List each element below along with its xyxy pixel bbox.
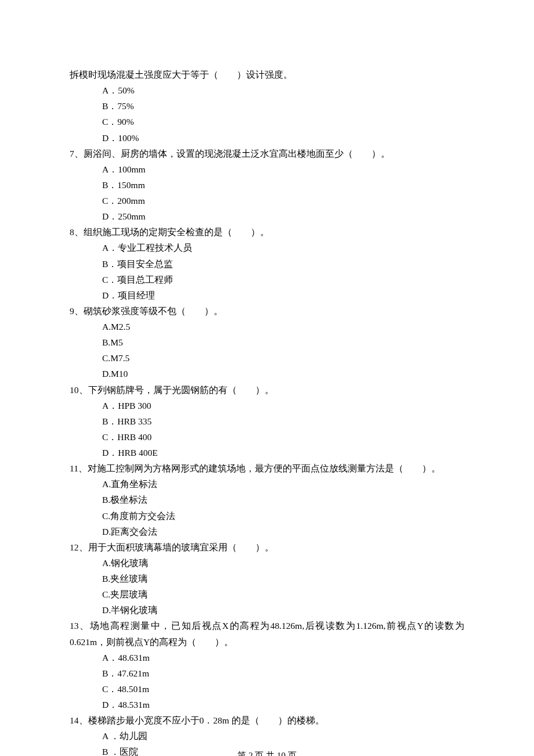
question-text: 厕浴间、厨房的墙体，设置的现浇混凝土泛水宜高出楼地面至少（ ）。 xyxy=(84,149,390,159)
question-option: A．50% xyxy=(70,82,464,98)
question-stem: 10、下列钢筋牌号，属于光圆钢筋的有（ ）。 xyxy=(70,382,464,398)
question-stem: 8、组织施工现场的定期安全检查的是（ ）。 xyxy=(70,224,464,240)
question-option: C.夹层玻璃 xyxy=(70,586,464,602)
question-stem: 7、厕浴间、厨房的墙体，设置的现浇混凝土泛水宜高出楼地面至少（ ）。 xyxy=(70,146,464,161)
question-option: B.夹丝玻璃 xyxy=(70,571,464,586)
question-option: A．专业工程技术人员 xyxy=(70,240,464,255)
question-option: C.M7.5 xyxy=(70,350,464,366)
question-option: B.M5 xyxy=(70,334,464,350)
question-text: 楼梯踏步最小宽度不应小于0．28m 的是（ ）的楼梯。 xyxy=(88,715,324,725)
question-option: A ．幼儿园 xyxy=(70,728,464,744)
question-text: 砌筑砂浆强度等级不包（ ）。 xyxy=(84,306,223,316)
question-option: A.M2.5 xyxy=(70,319,464,334)
question-option: B.极坐标法 xyxy=(70,492,464,507)
question-option: D．HRB 400E xyxy=(70,445,464,460)
question-number: 14、 xyxy=(70,715,88,725)
question-option: D.M10 xyxy=(70,366,464,381)
question-text: 用于大面积玻璃幕墙的玻璃宜采用（ ）。 xyxy=(88,542,274,552)
question-number: 13、 xyxy=(70,621,90,631)
question-number: 11、 xyxy=(70,463,88,473)
question-text: 场地高程测量中，已知后视点X的高程为48.126m,后视读数为1.126m,前视… xyxy=(70,621,464,646)
question-number: 10、 xyxy=(70,385,88,395)
question-stem: 14、楼梯踏步最小宽度不应小于0．28m 的是（ ）的楼梯。 xyxy=(70,712,464,728)
question-option: C.角度前方交会法 xyxy=(70,508,464,524)
question-text: 组织施工现场的定期安全检查的是（ ）。 xyxy=(84,227,269,237)
question-option: C．48.501m xyxy=(70,681,464,697)
question-option: D．48.531m xyxy=(70,697,464,712)
page-footer: 第 2 页 共 10 页 xyxy=(0,748,534,756)
question-stem: 13、场地高程测量中，已知后视点X的高程为48.126m,后视读数为1.126m… xyxy=(70,618,464,649)
question-option: A．100mm xyxy=(70,161,464,177)
question-stem: 11、对施工控制网为方格网形式的建筑场地，最方便的平面点位放线测量方法是（ ）。 xyxy=(70,460,464,476)
question-option: B．项目安全总监 xyxy=(70,256,464,272)
question-text: 下列钢筋牌号，属于光圆钢筋的有（ ）。 xyxy=(88,385,274,395)
question-text: 对施工控制网为方格网形式的建筑场地，最方便的平面点位放线测量方法是（ ）。 xyxy=(88,463,441,473)
question-option: D.距离交会法 xyxy=(70,524,464,539)
question-option: B．HRB 335 xyxy=(70,413,464,429)
question-option: B．150mm xyxy=(70,177,464,193)
question-option: B．75% xyxy=(70,98,464,114)
question-number: 9、 xyxy=(70,306,84,316)
question-option: D.半钢化玻璃 xyxy=(70,602,464,618)
question-option: C．90% xyxy=(70,114,464,129)
question-stem: 9、砌筑砂浆强度等级不包（ ）。 xyxy=(70,303,464,319)
question-option: A.钢化玻璃 xyxy=(70,555,464,571)
question-option: D．250mm xyxy=(70,208,464,224)
question-option: C．项目总工程师 xyxy=(70,272,464,287)
question-stem: 12、用于大面积玻璃幕墙的玻璃宜采用（ ）。 xyxy=(70,539,464,555)
question-number: 7、 xyxy=(70,149,84,159)
question-option: D．100% xyxy=(70,130,464,146)
question-option: D．项目经理 xyxy=(70,287,464,303)
question-option: B．47.621m xyxy=(70,665,464,681)
question-option: C．HRB 400 xyxy=(70,429,464,445)
question-number: 8、 xyxy=(70,227,84,237)
page-container: 拆模时现场混凝土强度应大于等于（ ）设计强度。 A．50% B．75% C．90… xyxy=(0,0,534,756)
question-option: A．48.631m xyxy=(70,650,464,665)
question-option: A.直角坐标法 xyxy=(70,476,464,492)
question-number: 12、 xyxy=(70,542,88,552)
question-option: C．200mm xyxy=(70,193,464,208)
question-option: A．HPB 300 xyxy=(70,398,464,413)
partial-question-stem: 拆模时现场混凝土强度应大于等于（ ）设计强度。 xyxy=(70,67,464,82)
